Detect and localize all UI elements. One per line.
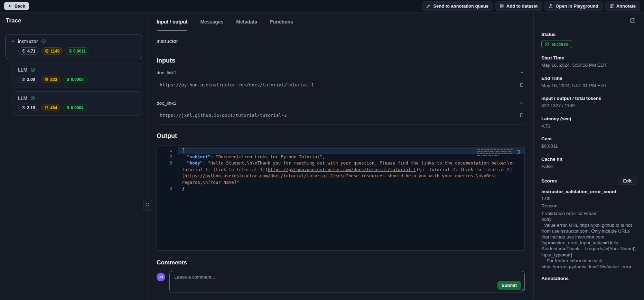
back-button-label: Back [15, 3, 25, 9]
score-value: 1.00 [541, 196, 636, 201]
status-label: Status [541, 32, 636, 37]
field-label: Start Time [541, 55, 636, 60]
copy-icon[interactable] [519, 112, 525, 118]
tokens-badge: 233 [41, 76, 60, 83]
comment-input[interactable] [174, 274, 520, 289]
collapse-chevron-icon[interactable] [519, 70, 525, 76]
json-separator: : [211, 154, 216, 159]
code-line: 2 "subject": "Documentation Links for Py… [157, 154, 524, 160]
cost-value: 0.0003 [71, 77, 84, 82]
field-value: False [541, 163, 636, 170]
trace-node-instructor[interactable]: instructor 4.71 1149 $ [6, 35, 142, 59]
top-bar: Back Send to annotation queue Add to dat… [0, 0, 644, 12]
field-value: May 16, 2024, 5:51:01 PM EDT [541, 83, 636, 89]
resize-handle-icon[interactable] [520, 288, 524, 291]
trace-title: Trace [6, 17, 142, 24]
send-to-annotation-queue-button[interactable]: Send to annotation queue [422, 1, 493, 11]
tree-connector-line [11, 59, 11, 103]
code-line-text: "subject": "Documentation Links for Pyth… [178, 154, 524, 160]
output-heading: Output [157, 132, 525, 140]
tokens-badge: 454 [41, 104, 60, 111]
tab-functions[interactable]: Functions [270, 12, 293, 31]
comment-box: Submit [169, 271, 525, 292]
add-to-dataset-button[interactable]: Add to dataset [495, 1, 542, 11]
tab-input-output[interactable]: Input / output [157, 12, 187, 31]
open-in-playground-label: Open in Playground [556, 3, 598, 9]
open-in-playground-button[interactable]: Open in Playground [544, 1, 603, 11]
dollar-icon: $ [67, 77, 69, 82]
trace-node-llm-2[interactable]: LLM 2.19 454 $ 0.0 [13, 91, 142, 116]
copy-icon[interactable] [519, 82, 525, 88]
chevron-up-icon[interactable] [11, 39, 15, 44]
trace-node-name: LLM [18, 95, 27, 101]
field-value: 822 / 327 / 1149 [541, 103, 636, 109]
success-check-icon [30, 96, 35, 101]
input-field-label: doc_link1 [157, 70, 176, 75]
edit-scores-button[interactable]: Edit [618, 177, 636, 185]
trace-sidebar-header: Trace [0, 12, 148, 29]
database-icon [45, 106, 48, 110]
run-title: instructor [157, 31, 525, 49]
run-detail: instructor Inputs doc_link1 https://pyth… [148, 31, 533, 300]
main-content: Input / output Messages Metadata Functio… [148, 12, 533, 300]
trace-sidebar: Trace instructor 4.71 [0, 12, 148, 300]
end-time-group: End Time May 16, 2024, 5:51:01 PM EDT [541, 76, 636, 89]
annotate-label: Annotate [616, 3, 636, 9]
field-value: 4.71 [541, 123, 636, 129]
clock-icon [21, 77, 25, 81]
score-reason-text: 1 validation error for Email body Value … [541, 210, 636, 270]
grip-dots-icon [146, 203, 149, 208]
submit-comment-button[interactable]: Submit [497, 281, 521, 290]
collapse-panel-icon[interactable] [629, 17, 636, 24]
database-icon [45, 49, 49, 53]
code-line: 3 "body": "Hello Student,\n\nThank you f… [157, 160, 524, 186]
cost-badge: $ 0.0004 [63, 104, 87, 111]
tab-messages[interactable]: Messages [200, 12, 223, 31]
latency-value: 2.19 [27, 105, 35, 110]
input-field-doc-link1: doc_link1 https://python.useinstructor.c… [157, 70, 525, 94]
annotate-button[interactable]: Annotate [605, 1, 640, 11]
line-number: 2 [157, 154, 178, 160]
topbar-actions: Send to annotation queue Add to dataset … [422, 1, 640, 11]
tutorial-2-link[interactable]: https://python.useinstructor.com/docs/tu… [185, 173, 333, 178]
details-panel: Status success Start Time May 16, 2024, … [533, 12, 644, 300]
trace-node-badges: 4.71 1149 $ 0.0011 [18, 47, 137, 55]
latency-value: 2.00 [27, 77, 35, 82]
field-value: May 16, 2024, 5:50:56 PM EDT [541, 62, 636, 68]
trace-node-badges: 2.00 233 $ 0.0003 [18, 76, 137, 83]
cost-badge: $ 0.0011 [66, 47, 89, 55]
cost-badge: $ 0.0003 [63, 76, 87, 83]
json-key: "subject" [187, 154, 211, 159]
cost-value: 0.0004 [71, 105, 84, 110]
playground-flask-icon [549, 4, 553, 8]
annotations-heading: Annotations [541, 276, 636, 281]
database-icon [45, 77, 48, 81]
trace-node-llm-1[interactable]: LLM 2.00 233 $ 0.0 [13, 63, 142, 87]
tokens-value: 454 [50, 105, 57, 110]
status-badge: success [541, 40, 572, 48]
code-minimap [477, 148, 513, 157]
dataset-icon [500, 4, 504, 8]
arrow-left-icon [8, 4, 12, 8]
clock-icon [22, 49, 26, 53]
add-to-dataset-label: Add to dataset [506, 3, 538, 9]
tutorial-1-link[interactable]: https://python.useinstructor.com/docs/tu… [268, 167, 416, 172]
tab-metadata[interactable]: Metadata [236, 12, 257, 31]
score-reason-label: Reason: [541, 203, 636, 209]
field-label: End Time [541, 76, 636, 81]
send-to-annotation-queue-label: Send to annotation queue [433, 3, 488, 9]
input-field-doc-link2: doc_link2 https://jxnl.github.io/docs/tu… [157, 100, 525, 125]
panel-resize-handle[interactable] [143, 200, 152, 211]
back-button[interactable]: Back [4, 2, 29, 10]
latency-badge: 2.19 [18, 104, 38, 111]
copy-icon[interactable] [515, 149, 521, 155]
output-code-block: 1 { 2 "subject": "Documentation Links fo… [157, 145, 525, 251]
json-string: "Documentation Links for Python Tutorial… [216, 154, 323, 159]
comment-composer: JB Submit [157, 271, 525, 292]
code-line-text: { [178, 147, 524, 154]
code-line-text: } [178, 186, 524, 192]
field-value: $0.0011 [541, 143, 636, 149]
collapse-chevron-icon[interactable] [519, 100, 525, 106]
dollar-icon: $ [67, 105, 69, 110]
field-label: Input / output / total tokens [541, 96, 636, 101]
